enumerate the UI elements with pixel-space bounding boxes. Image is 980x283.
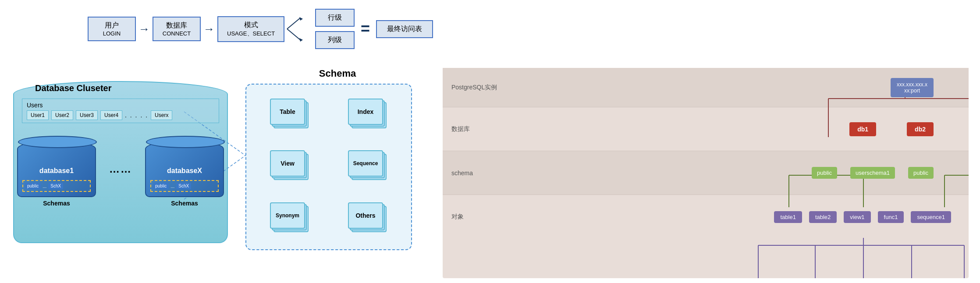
pg-obj-func1: func1 bbox=[878, 211, 904, 223]
schema-item-table: Table bbox=[255, 93, 324, 137]
svg-line-0 bbox=[287, 18, 300, 29]
users-row: User1 User2 User3 User4 . . . . . Userx bbox=[27, 110, 214, 120]
schema-title: Schema bbox=[245, 68, 430, 79]
dbx-schema-schx: SchX bbox=[176, 183, 191, 189]
schema-diagram: Schema Table Index View bbox=[245, 68, 430, 261]
flow-schema-zh: 模式 bbox=[227, 21, 275, 30]
pg-obj-seq1: sequence1 bbox=[911, 211, 951, 223]
flow-box-user: 用户 LOGIN bbox=[88, 17, 136, 41]
flow-equal: = bbox=[361, 20, 370, 38]
db-separator-dots: …… bbox=[109, 163, 132, 175]
db1-schemas-label: Schemas bbox=[43, 200, 70, 207]
schema-stack-view: View bbox=[270, 150, 309, 183]
split-arrows bbox=[287, 14, 309, 44]
flow-arrow-1: → bbox=[138, 22, 150, 36]
pg-schema-public1: public bbox=[812, 167, 837, 179]
flow-row-zh: 行级 bbox=[325, 13, 345, 22]
schema-stack-index: Index bbox=[348, 99, 387, 131]
schema-stack-sequence: Sequence bbox=[348, 150, 387, 183]
flow-box-row: 行级 bbox=[315, 9, 355, 27]
pg-obj-table2: table2 bbox=[809, 211, 837, 223]
schema-card-seq-front: Sequence bbox=[348, 150, 383, 177]
flow-schema-en: USAGE、SELECT bbox=[227, 30, 275, 38]
pg-db2-node: db2 bbox=[907, 122, 934, 136]
flow-db-en: CONNECT bbox=[162, 30, 191, 37]
flow-box-result: 最终访问表 bbox=[376, 20, 433, 38]
user-box-1: User1 bbox=[27, 110, 49, 120]
pg-schema-public2: public bbox=[908, 167, 934, 179]
pg-db-content: db1 db2 bbox=[504, 122, 960, 136]
db-cluster-diagram: Database Cluseter Users User1 User2 User… bbox=[9, 68, 241, 265]
dbx-schemas: public ... SchX bbox=[150, 180, 219, 192]
dbx-schemas-label: Schemas bbox=[171, 200, 198, 207]
schema-card-index-front: Index bbox=[348, 99, 383, 125]
schema-card-view-front: View bbox=[270, 150, 305, 177]
cluster-outer: Database Cluseter Users User1 User2 User… bbox=[9, 68, 237, 252]
schema-item-others: Others bbox=[333, 197, 402, 241]
svg-marker-1 bbox=[299, 17, 303, 21]
schema-card-oth-front: Others bbox=[348, 202, 383, 229]
schema-item-view: View bbox=[255, 145, 324, 189]
pg-row-db: 数据库 db1 db2 bbox=[443, 107, 969, 151]
pg-obj-view1: view1 bbox=[844, 211, 870, 223]
flow-result-zh: 最终访问表 bbox=[386, 25, 423, 34]
schema-item-sequence: Sequence bbox=[333, 145, 402, 189]
flow-box-schema: 模式 USAGE、SELECT bbox=[217, 16, 284, 42]
pg-instance-node: xxx.xxx.xxx.xxx:port bbox=[891, 78, 934, 97]
db-cylinders: database1 public ... SchX Schemas …… dat… bbox=[18, 140, 224, 207]
dbx-schema-public: public bbox=[153, 183, 169, 189]
schema-card-syn-front: Synonym bbox=[270, 202, 305, 229]
db1-schema-dots: ... bbox=[43, 184, 46, 189]
schema-stack-others: Others bbox=[348, 202, 387, 235]
pg-instance-content: xxx.xxx.xxx.xxx:port bbox=[504, 78, 960, 97]
user-dots: . . . . . bbox=[125, 112, 148, 119]
schema-item-index: Index bbox=[333, 93, 402, 137]
db1-wrap: database1 public ... SchX Schemas bbox=[17, 140, 96, 207]
svg-marker-3 bbox=[299, 38, 303, 42]
dbx-cylinder: databaseX public ... SchX bbox=[145, 140, 224, 197]
flow-box-col: 列级 bbox=[315, 31, 355, 49]
svg-line-2 bbox=[287, 29, 300, 40]
users-area: Users User1 User2 User3 User4 . . . . . … bbox=[22, 99, 219, 123]
cluster-title: Database Cluseter bbox=[35, 83, 112, 93]
flow-split: 行级 列级 bbox=[315, 9, 355, 49]
flow-col-zh: 列级 bbox=[325, 35, 345, 45]
pg-db1-node: db1 bbox=[849, 122, 876, 136]
pg-row-objects: 对象 table1 table2 view1 func1 sequence1 bbox=[443, 195, 969, 239]
db1-cylinder: database1 public ... SchX bbox=[17, 140, 96, 197]
schema-outer: Table Index View Sequence bbox=[245, 84, 412, 250]
dbx-schema-dots: ... bbox=[170, 184, 174, 189]
flow-user-zh: 用户 bbox=[97, 21, 126, 30]
pg-obj-table1: table1 bbox=[774, 211, 802, 223]
db1-schema-schx: SchX bbox=[48, 183, 63, 189]
pg-instance-label: PostgreSQL实例 bbox=[451, 84, 504, 92]
db1-schemas: public ... SchX bbox=[22, 180, 91, 192]
dbx-wrap: databaseX public ... SchX Schemas bbox=[145, 140, 224, 207]
split-arrow-container: 行级 列级 bbox=[284, 9, 355, 49]
flow-db-zh: 数据库 bbox=[162, 21, 191, 30]
pg-objects-content: table1 table2 view1 func1 sequence1 bbox=[504, 211, 960, 223]
pg-schema-user1: userschema1 bbox=[850, 167, 895, 179]
user-box-2: User2 bbox=[51, 110, 73, 120]
pg-db-label: 数据库 bbox=[451, 125, 504, 133]
schema-stack-synonym: Synonym bbox=[270, 202, 309, 235]
pg-hierarchy-diagram: PostgreSQL实例 xxx.xxx.xxx.xxx:port 数据库 db… bbox=[443, 68, 969, 278]
user-box-4: User4 bbox=[100, 110, 122, 120]
flow-arrow-2: → bbox=[203, 22, 215, 36]
user-box-x: Userx bbox=[151, 110, 172, 120]
schema-card-table-front: Table bbox=[270, 99, 305, 125]
db1-schema-public: public bbox=[25, 183, 41, 189]
db1-name: database1 bbox=[39, 167, 74, 175]
schema-stack-table: Table bbox=[270, 99, 309, 131]
pg-objects-label: 对象 bbox=[451, 213, 504, 221]
user-box-3: User3 bbox=[76, 110, 98, 120]
users-label: Users bbox=[27, 102, 214, 109]
pg-schema-label: schema bbox=[451, 170, 504, 177]
flow-user-en: LOGIN bbox=[97, 30, 126, 37]
top-flow-diagram: 用户 LOGIN → 数据库 CONNECT → 模式 USAGE、SELECT… bbox=[88, 9, 433, 49]
schema-item-synonym: Synonym bbox=[255, 197, 324, 241]
flow-box-db: 数据库 CONNECT bbox=[153, 17, 201, 41]
pg-row-instance: PostgreSQL实例 xxx.xxx.xxx.xxx:port bbox=[443, 68, 969, 107]
dbx-name: databaseX bbox=[167, 167, 202, 175]
pg-schema-content: public userschema1 public bbox=[504, 167, 960, 179]
